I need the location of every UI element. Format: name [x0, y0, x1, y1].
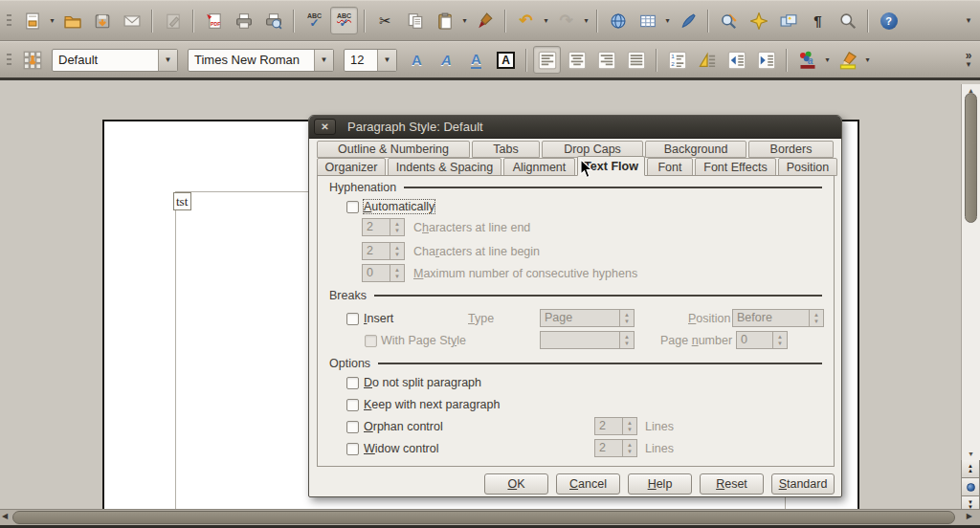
undo-button[interactable]: ↶ — [512, 7, 540, 34]
standard-button[interactable]: Standard — [771, 473, 835, 495]
toolbar-separator — [596, 10, 598, 33]
boxed-a-button[interactable]: A — [492, 46, 520, 74]
orphan-control-checkbox[interactable] — [346, 421, 359, 433]
scroll-down-arrow[interactable]: ▼ — [962, 448, 980, 460]
dialog-button-row: OK Cancel Help Reset Standard — [309, 473, 841, 495]
font-size-combo[interactable]: 12 ▼ — [344, 49, 397, 72]
find-replace-button[interactable] — [715, 7, 743, 34]
paragraph-style-combo[interactable]: Default ▼ — [52, 49, 178, 72]
spellcheck-button[interactable]: ABC✓ — [301, 7, 328, 34]
tab-borders[interactable]: Borders — [748, 141, 834, 158]
highlighting-dropdown-arrow[interactable]: ▾ — [863, 55, 872, 64]
page-preview-button[interactable] — [259, 7, 287, 34]
style-combo-dropdown[interactable]: ▼ — [158, 50, 177, 71]
print-button[interactable] — [230, 7, 257, 34]
open-button[interactable] — [58, 7, 86, 34]
format-paintbrush-button[interactable] — [471, 7, 499, 34]
scroll-left-arrow[interactable]: ◀ — [2, 512, 8, 520]
ok-button[interactable]: OK — [484, 473, 548, 495]
cut-button[interactable]: ✂ — [371, 7, 399, 34]
tab-alignment[interactable]: Alignment — [503, 158, 575, 176]
font-name-value: Times New Roman — [189, 53, 314, 67]
hyperlink-button[interactable] — [604, 7, 632, 34]
do-not-split-label[interactable]: Do not split paragraph — [364, 376, 481, 389]
insert-checkbox[interactable] — [346, 313, 359, 325]
save-button[interactable] — [88, 7, 116, 34]
italic-button[interactable]: A — [433, 46, 460, 74]
underline-button[interactable]: A — [462, 46, 490, 74]
scroll-right-arrow[interactable]: ▶ — [967, 512, 972, 520]
horizontal-scrollbar[interactable]: ◀ ▶ — [0, 509, 980, 528]
help-button[interactable]: Help — [628, 473, 692, 495]
align-left-button[interactable] — [533, 46, 561, 74]
new-document-button[interactable] — [18, 7, 46, 34]
navigation-button[interactable] — [961, 478, 980, 496]
insert-table-button[interactable] — [634, 7, 661, 34]
do-not-split-checkbox[interactable] — [346, 377, 359, 389]
toolbar-overflow-button[interactable]: ▾ — [961, 16, 976, 25]
tab-background[interactable]: Background — [645, 141, 746, 158]
bullet-list-button[interactable] — [693, 46, 721, 74]
copy-button[interactable] — [401, 7, 429, 34]
new-dropdown-arrow[interactable]: ▾ — [48, 16, 56, 25]
document-text[interactable]: tst — [173, 192, 191, 210]
tab-font[interactable]: Font — [647, 158, 693, 176]
widow-control-checkbox[interactable] — [346, 443, 359, 455]
tab-organizer[interactable]: Organizer — [317, 158, 386, 176]
paste-dropdown-arrow[interactable]: ▾ — [460, 16, 469, 25]
styles-and-formatting-button[interactable] — [18, 46, 46, 74]
toolbar-grip[interactable] — [7, 14, 11, 27]
orphan-control-label[interactable]: Orphan control — [364, 420, 443, 433]
font-name-combo[interactable]: Times New Roman ▼ — [188, 49, 334, 72]
toolbar-overflow-button[interactable]: »▾ — [961, 52, 976, 69]
tab-position[interactable]: Position — [778, 158, 837, 176]
tab-tabs[interactable]: Tabs — [472, 141, 540, 158]
numbered-list-button[interactable]: 12 — [663, 46, 691, 74]
decrease-indent-button[interactable] — [723, 46, 750, 74]
widow-control-label[interactable]: Widow control — [364, 442, 439, 455]
draw-functions-button[interactable] — [674, 7, 702, 34]
vertical-scrollbar-thumb[interactable] — [965, 93, 977, 223]
toolbar-grip[interactable] — [7, 54, 11, 66]
auto-spellcheck-button[interactable]: ABC✓ — [330, 7, 358, 34]
email-button[interactable] — [118, 7, 145, 34]
keep-with-next-label[interactable]: Keep with next paragraph — [364, 398, 500, 411]
highlighting-button[interactable] — [834, 46, 861, 74]
keep-with-next-checkbox[interactable] — [346, 399, 359, 411]
horizontal-scrollbar-thumb[interactable] — [12, 511, 955, 524]
tab-outline-numbering[interactable]: Outline & Numbering — [317, 141, 470, 158]
font-color-button[interactable]: a — [793, 46, 821, 74]
gallery-button[interactable] — [774, 7, 802, 34]
insert-label[interactable]: Insert — [364, 312, 393, 325]
cancel-button[interactable]: Cancel — [556, 473, 620, 495]
size-combo-dropdown[interactable]: ▼ — [377, 50, 396, 71]
table-dropdown-arrow[interactable]: ▾ — [663, 16, 672, 25]
font-combo-dropdown[interactable]: ▼ — [314, 50, 333, 71]
new-document-icon — [24, 12, 41, 30]
paste-button[interactable] — [431, 7, 458, 34]
align-right-button[interactable] — [592, 46, 620, 74]
undo-dropdown-arrow[interactable]: ▾ — [542, 16, 550, 25]
dialog-close-button[interactable]: ✕ — [314, 119, 336, 135]
tab-font-effects[interactable]: Font Effects — [695, 158, 776, 176]
navigator-button[interactable] — [745, 7, 772, 34]
help-button[interactable]: ? — [875, 7, 902, 34]
justify-button[interactable] — [622, 46, 650, 74]
chars-line-end-label: Characters at line end — [413, 221, 530, 234]
vertical-scrollbar[interactable]: ▲ ▼ — [961, 84, 980, 460]
bold-button[interactable]: A — [403, 46, 431, 74]
automatically-checkbox[interactable] — [346, 201, 359, 213]
dialog-titlebar[interactable]: ✕ Paragraph Style: Default — [309, 116, 841, 139]
align-center-button[interactable] — [563, 46, 590, 74]
automatically-label[interactable]: Automatically — [364, 200, 434, 213]
tab-indents-spacing[interactable]: Indents & Spacing — [388, 158, 501, 176]
previous-page-button[interactable]: ▲▲ — [961, 460, 980, 478]
redo-dropdown-arrow[interactable]: ▾ — [582, 16, 590, 25]
reset-button[interactable]: Reset — [700, 473, 764, 495]
export-pdf-button[interactable]: PDF — [200, 7, 228, 34]
with-page-style-checkbox — [365, 335, 377, 347]
increase-indent-button[interactable] — [752, 46, 780, 74]
formatting-marks-button[interactable]: ¶ — [804, 7, 832, 34]
font-color-dropdown-arrow[interactable]: ▾ — [823, 55, 832, 64]
zoom-button[interactable] — [834, 7, 861, 34]
